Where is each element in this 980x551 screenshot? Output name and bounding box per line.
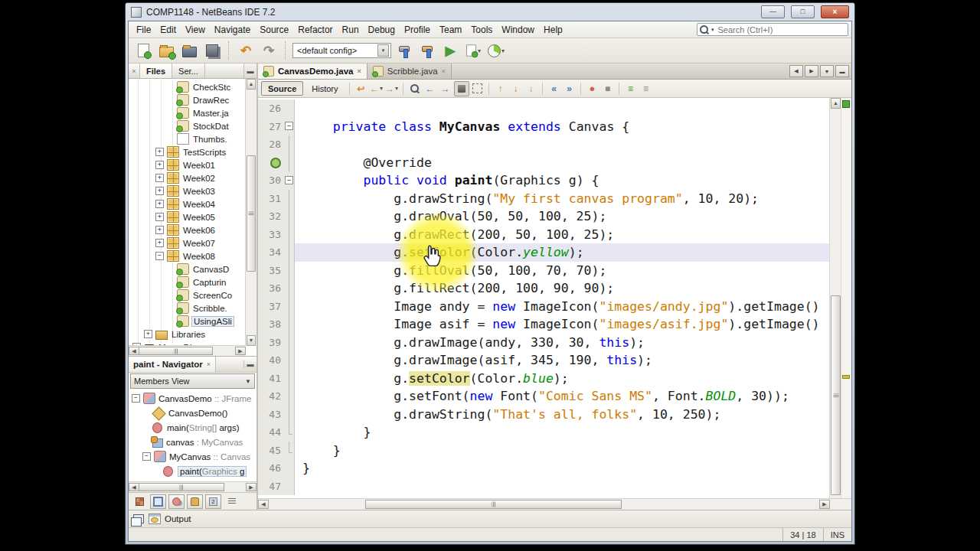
- maximize-button[interactable]: □: [791, 5, 815, 18]
- shift-right-button[interactable]: »: [563, 82, 577, 96]
- tree-item-week02[interactable]: +Week02: [129, 171, 246, 184]
- scrollbar-thumb[interactable]: [365, 500, 622, 509]
- show-static-members-button[interactable]: [187, 494, 203, 509]
- tree-item-usingasli[interactable]: UsingASli: [129, 315, 246, 328]
- code-lines[interactable]: 2627 private class MyCanvas extends Canv…: [258, 99, 830, 498]
- find-previous-button[interactable]: ←: [423, 82, 437, 96]
- forward-button[interactable]: →▾: [385, 82, 399, 96]
- menu-window[interactable]: Window: [497, 23, 539, 37]
- editor-tab-canvasdemo-java[interactable]: CanvasDemo.java×: [258, 64, 368, 79]
- menu-debug[interactable]: Debug: [364, 23, 400, 37]
- uncomment-button[interactable]: ≡: [639, 82, 653, 96]
- menu-edit[interactable]: Edit: [155, 23, 181, 37]
- search-input[interactable]: [717, 24, 845, 35]
- hidden-tab-close-icon[interactable]: ×: [129, 64, 140, 78]
- collapse-icon[interactable]: −: [142, 452, 151, 461]
- open-project-button[interactable]: [179, 41, 199, 60]
- files-tree-hscrollbar[interactable]: ◀ ▶: [129, 345, 246, 356]
- tree-item-stockdat[interactable]: StockDat: [129, 119, 246, 132]
- navigator-item[interactable]: −MyCanvas :: Canvas: [129, 449, 256, 464]
- files-tree-vscrollbar[interactable]: ▲ ▼: [245, 79, 256, 346]
- tree-item-scribble[interactable]: Scribble.: [129, 302, 246, 315]
- code-line-26[interactable]: 26: [258, 99, 830, 118]
- navigator-hscrollbar[interactable]: ◀ ▶: [129, 481, 256, 492]
- panel-tab-ser[interactable]: Ser...: [172, 64, 205, 78]
- code-line-36[interactable]: 36 g.fillRect(200, 100, 90, 90);: [258, 279, 830, 298]
- code-line-27[interactable]: 27 private class MyCanvas extends Canvas…: [258, 118, 830, 136]
- tree-item-week01[interactable]: +Week01: [129, 158, 246, 171]
- config-combobox[interactable]: <default config> ▾: [292, 43, 391, 58]
- save-all-button[interactable]: [202, 41, 222, 60]
- tree-item-week03[interactable]: +Week03: [129, 184, 246, 197]
- source-view-button[interactable]: Source: [261, 81, 303, 96]
- code-line-43[interactable]: 43 g.drawString("That's all, folks", 10,…: [258, 406, 830, 424]
- code-fold-toggle[interactable]: [284, 118, 295, 136]
- code-fold-toggle[interactable]: [284, 171, 295, 190]
- scroll-up-icon[interactable]: ▲: [247, 79, 256, 90]
- code-line-33[interactable]: 33 g.drawRect(200, 50, 100, 25);: [258, 226, 830, 244]
- code-line-35[interactable]: 35 g.fillOval(50, 100, 70, 70);: [258, 262, 830, 280]
- run-project-button[interactable]: ▶: [440, 41, 460, 60]
- code-line-42[interactable]: 42 g.setFont(new Font("Comic Sans MS", F…: [258, 387, 830, 406]
- next-bookmark-button[interactable]: ↓: [509, 82, 523, 96]
- menu-navigate[interactable]: Navigate: [210, 23, 255, 37]
- tree-item-thumbs[interactable]: Thumbs.: [129, 132, 246, 145]
- menu-help[interactable]: Help: [539, 23, 567, 37]
- navigator-item[interactable]: paint(Graphics g: [129, 464, 256, 478]
- scroll-left-icon[interactable]: ◀: [258, 500, 269, 509]
- code-line-31[interactable]: 31 g.drawString("My first canvas program…: [258, 190, 830, 208]
- menu-source[interactable]: Source: [255, 23, 293, 37]
- menu-run[interactable]: Run: [338, 23, 364, 37]
- close-button[interactable]: ×: [821, 5, 849, 18]
- editor-hscrollbar[interactable]: ◀ ▶: [258, 498, 851, 510]
- sort-by-visibility-button[interactable]: 2: [205, 494, 221, 509]
- files-panel-minimize-button[interactable]: ▬: [243, 64, 256, 78]
- title-bar[interactable]: COMP1148 - NetBeans IDE 7.2 — □ ×: [128, 3, 852, 21]
- scroll-down-icon[interactable]: ▼: [247, 335, 256, 346]
- debug-dropdown-icon[interactable]: ▾: [478, 47, 481, 54]
- code-editor[interactable]: 2627 private class MyCanvas extends Canv…: [258, 98, 851, 498]
- scrollbar-thumb[interactable]: [139, 347, 213, 355]
- scroll-right-icon[interactable]: ▶: [246, 483, 256, 491]
- menu-profile[interactable]: Profile: [400, 23, 435, 37]
- scroll-tabs-right-button[interactable]: ▶: [805, 65, 818, 77]
- sort-by-source-button[interactable]: [224, 494, 240, 509]
- code-line-45[interactable]: 45 }: [258, 442, 830, 460]
- tree-item-week04[interactable]: +Week04: [129, 197, 246, 210]
- expand-icon[interactable]: +: [155, 187, 164, 195]
- show-fields-button[interactable]: [150, 494, 166, 509]
- find-selection-button[interactable]: [408, 82, 422, 96]
- maximize-editor-button[interactable]: ▬: [835, 65, 849, 77]
- new-project-button[interactable]: [156, 41, 176, 60]
- code-line-38[interactable]: 38 Image asif = new ImageIcon("images/as…: [258, 315, 830, 334]
- tree-item-week07[interactable]: +Week07: [129, 236, 246, 249]
- panel-tab-files[interactable]: Files: [140, 64, 172, 78]
- expand-icon[interactable]: +: [155, 148, 164, 156]
- last-edit-location-button[interactable]: ↩: [354, 82, 368, 96]
- occurrence-mark[interactable]: [842, 375, 850, 379]
- show-opened-documents-button[interactable]: ▼: [820, 65, 834, 77]
- tree-item-canvasd[interactable]: CanvasD: [129, 262, 246, 276]
- menu-file[interactable]: File: [132, 23, 155, 37]
- search-box[interactable]: ▾: [697, 23, 848, 36]
- tree-item-week06[interactable]: +Week06: [129, 223, 246, 236]
- tree-item-testscripts[interactable]: +TestScripts: [129, 145, 246, 158]
- expand-icon[interactable]: +: [144, 330, 152, 338]
- editor-vscrollbar[interactable]: ▲: [829, 98, 841, 498]
- find-next-button[interactable]: →: [439, 82, 452, 96]
- tab-close-icon[interactable]: ×: [357, 67, 361, 75]
- tree-item-week08[interactable]: −Week08: [129, 249, 246, 262]
- scroll-left-icon[interactable]: ◀: [129, 483, 139, 491]
- history-view-button[interactable]: History: [305, 81, 345, 96]
- code-line-44[interactable]: 44 }: [258, 423, 830, 442]
- tree-item-libraries[interactable]: +Libraries: [129, 328, 246, 341]
- navigator-minimize-button[interactable]: ▬: [243, 360, 256, 368]
- tree-item-masterja[interactable]: Master.ja: [129, 106, 246, 119]
- scrollbar-thumb[interactable]: [831, 295, 841, 495]
- scroll-right-icon[interactable]: ▶: [819, 500, 830, 509]
- start-macro-recording-button[interactable]: ●: [586, 82, 599, 96]
- expand-icon[interactable]: +: [155, 239, 164, 247]
- scroll-right-icon[interactable]: ▶: [235, 347, 246, 355]
- back-button[interactable]: ←▾: [370, 82, 384, 96]
- scroll-tabs-left-button[interactable]: ◀: [789, 65, 803, 77]
